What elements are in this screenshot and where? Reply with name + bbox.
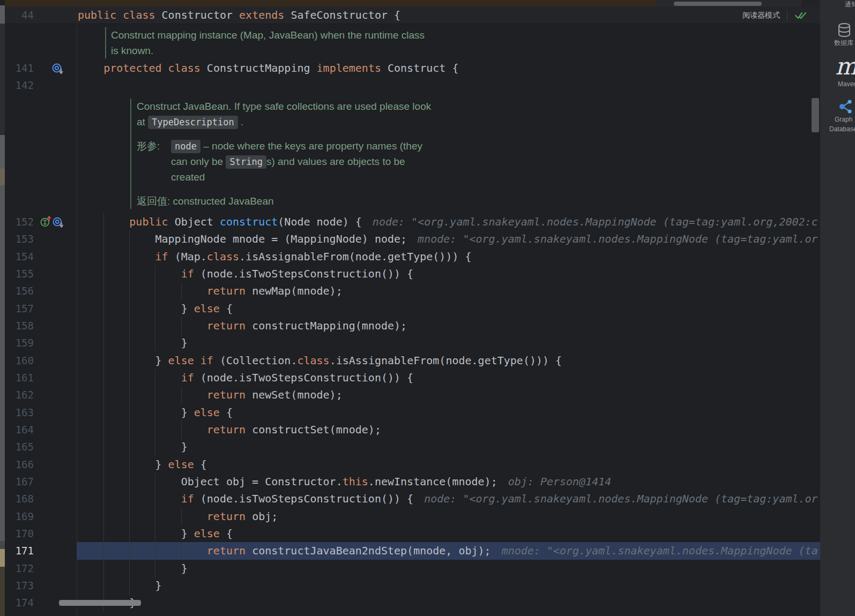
notifications-label[interactable]: 通知 [845,0,855,9]
code-line-text[interactable]: return obj; [78,508,278,525]
code-line-text[interactable]: if (node.isTwoStepsConstruction()) { [78,369,413,387]
line-number[interactable]: 154 [5,248,34,266]
line-number[interactable]: 161 [5,369,34,387]
line-number[interactable]: 170 [5,525,34,543]
code-line-row[interactable]: 169 return obj; [5,508,820,525]
code-line-text[interactable]: Object obj = Constructor.this.newInstanc… [78,473,611,491]
code-token: else [168,458,200,471]
left-stripe-thumb[interactable] [0,5,5,24]
line-number[interactable]: 157 [5,300,34,318]
line-number[interactable]: 142 [5,77,34,94]
code-line-row[interactable]: 152 public Object construct(Node node) {… [5,213,820,231]
debugger-inline-hint: node: "<org.yaml.snakeyaml.nodes.Mapping… [373,215,818,228]
code-line-row[interactable]: 160 } else if (Collection.class.isAssign… [5,352,820,370]
inspections-ok-icon[interactable] [794,11,807,20]
database-label[interactable]: 数据库 [834,39,853,48]
code-line-text[interactable]: protected class ConstructMapping impleme… [78,59,458,77]
code-token: return [207,544,252,557]
code-line-row[interactable]: 167 Object obj = Constructor.this.newIns… [5,473,820,491]
code-line-text[interactable]: return newSet(mnode); [78,386,343,404]
code-line-row[interactable]: 157 } else { [5,300,820,318]
code-line-row[interactable]: 173 } [5,577,820,595]
code-line-row[interactable]: 161 if (node.isTwoStepsConstruction()) { [5,369,820,387]
doc-line: is known. [111,43,512,58]
code-line-text[interactable]: } else { [78,525,233,543]
code-line-row[interactable]: 171 return constructJavaBean2ndStep(mnod… [5,542,820,560]
code-line-row[interactable]: 154 if (Map.class.isAssignableFrom(node.… [5,248,820,266]
code-line-row[interactable]: 156 return newMap(mnode); [5,282,820,300]
code-line-row[interactable]: 165 } [5,438,820,456]
left-stripe-thumb[interactable] [0,135,5,169]
code-line-row[interactable]: 142 [5,77,820,94]
code-line-text[interactable]: return constructJavaBean2ndStep(mnode, o… [78,542,818,560]
graph-database-label[interactable]: Graph [835,116,852,123]
code-line-row[interactable]: 159 } [5,334,820,352]
code-line-text[interactable]: } else { [78,300,233,318]
code-line-text[interactable]: return constructSet(mnode); [78,421,381,439]
code-line-text[interactable]: } [78,560,188,577]
implements-marker-icon[interactable] [40,216,52,228]
line-number[interactable]: 164 [5,421,34,439]
code-line-row[interactable]: 164 return constructSet(mnode); [5,421,820,439]
code-line-text[interactable]: } [78,334,188,352]
code-line-row[interactable]: 155 if (node.isTwoStepsConstruction()) { [5,265,820,283]
code-line-row[interactable]: 172 } [5,560,820,577]
code-token: (Map. [175,250,207,263]
line-number[interactable]: 171 [5,542,34,560]
code-line-text[interactable]: return newMap(mnode); [78,282,343,300]
line-number[interactable]: 174 [5,594,34,612]
line-number[interactable]: 153 [5,230,34,248]
overridden-marker-icon[interactable] [53,216,64,228]
line-number[interactable]: 166 [5,456,34,474]
code-line-text[interactable]: } [78,438,188,456]
line-number[interactable]: 169 [5,508,34,525]
code-line-text[interactable]: if (Map.class.isAssignableFrom(node.getT… [78,248,472,266]
code-line-row[interactable]: 158 return constructMapping(mnode); [5,317,820,335]
line-number[interactable]: 165 [5,438,34,456]
code-line-text[interactable]: } else { [78,404,233,422]
code-line-row[interactable]: 141 protected class ConstructMapping imp… [5,59,820,77]
database-icon[interactable] [837,22,852,39]
line-number[interactable]: 172 [5,560,34,577]
code-line-row[interactable]: 163 } else { [5,404,820,422]
line-number[interactable]: 162 [5,386,34,404]
code-line-text[interactable]: if (node.isTwoStepsConstruction()) {node… [78,490,818,508]
code-line-text[interactable]: } else if (Collection.class.isAssignable… [78,352,562,370]
line-number[interactable]: 173 [5,577,34,595]
code-token: if [181,371,200,384]
code-line-row[interactable]: 168 if (node.isTwoStepsConstruction()) {… [5,490,820,508]
line-number[interactable]: 167 [5,473,34,491]
code-line-text[interactable]: if (node.isTwoStepsConstruction()) { [78,265,413,283]
maven-icon[interactable]: m [835,56,855,77]
graph-database-icon[interactable] [838,99,853,114]
code-line-text[interactable]: } [78,577,162,595]
reader-mode-label[interactable]: 阅读器模式 [742,11,780,20]
line-number[interactable]: 159 [5,334,34,352]
line-number[interactable]: 168 [5,490,34,508]
maven-label[interactable]: Maven [838,80,855,88]
line-number[interactable]: 156 [5,282,34,300]
code-line-row[interactable]: 166 } else { [5,456,820,474]
line-number[interactable]: 160 [5,352,34,370]
code-line-row[interactable]: 170 } else { [5,525,820,543]
line-number[interactable]: 152 [5,213,34,231]
graph-database-label2[interactable]: Database [829,125,855,133]
code-line-row[interactable]: 153 MappingNode mnode = (MappingNode) no… [5,230,820,248]
line-number[interactable]: 158 [5,317,34,335]
line-number[interactable]: 141 [5,59,34,77]
vertical-scrollbar-thumb[interactable] [812,98,819,132]
code-line-text[interactable]: return constructMapping(mnode); [78,317,407,335]
code-editor[interactable]: 44 public class Constructor extends Safe… [5,0,820,616]
horizontal-scrollbar-thumb[interactable] [59,600,141,606]
line-number[interactable]: 163 [5,404,34,422]
overridden-marker-icon[interactable] [52,62,64,74]
code-line-text[interactable]: public Object construct(Node node) {node… [78,213,818,231]
top-scrollbar-thumb[interactable] [674,2,762,6]
line-number[interactable]: 155 [5,265,34,283]
code-line-text[interactable]: MappingNode mnode = (MappingNode) node;m… [78,230,818,248]
sticky-line-code[interactable]: public class Constructor extends SafeCon… [78,6,400,24]
sticky-line-header[interactable]: 44 public class Constructor extends Safe… [5,6,820,24]
code-line-row[interactable]: 162 return newSet(mnode); [5,386,820,404]
doc-param-label: 形参: [137,138,171,185]
code-line-text[interactable]: } else { [78,456,207,474]
